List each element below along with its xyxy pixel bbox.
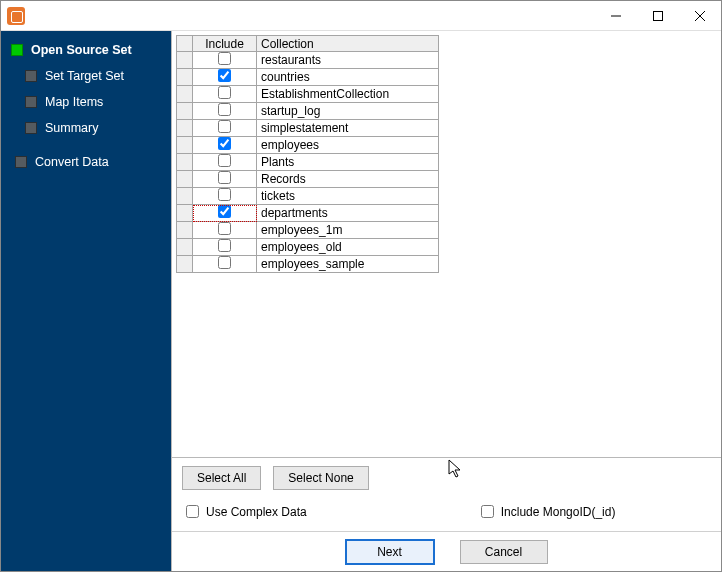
step-marker-active-icon: [11, 44, 23, 56]
collection-name-cell[interactable]: restaurants: [257, 52, 439, 69]
row-header-corner: [177, 36, 193, 52]
row-header[interactable]: [177, 120, 193, 137]
close-button[interactable]: [679, 1, 721, 31]
collection-name-cell[interactable]: countries: [257, 69, 439, 86]
table-row[interactable]: employees_sample: [177, 256, 439, 273]
nav-label: Open Source Set: [31, 43, 132, 57]
row-header[interactable]: [177, 171, 193, 188]
include-checkbox[interactable]: [218, 69, 231, 82]
include-mongoid-input[interactable]: [481, 505, 494, 518]
table-row[interactable]: departments: [177, 205, 439, 222]
select-none-button[interactable]: Select None: [273, 466, 368, 490]
include-checkbox[interactable]: [218, 171, 231, 184]
collection-name-cell[interactable]: employees_old: [257, 239, 439, 256]
step-marker-icon: [25, 96, 37, 108]
include-cell[interactable]: [193, 222, 257, 239]
cancel-button[interactable]: Cancel: [460, 540, 548, 564]
use-complex-data-checkbox[interactable]: Use Complex Data: [182, 502, 307, 521]
nav-label: Convert Data: [35, 155, 109, 169]
include-cell[interactable]: [193, 52, 257, 69]
collection-name-cell[interactable]: startup_log: [257, 103, 439, 120]
include-cell[interactable]: [193, 171, 257, 188]
step-marker-icon: [15, 156, 27, 168]
include-cell[interactable]: [193, 256, 257, 273]
titlebar: [1, 1, 721, 31]
close-icon: [695, 11, 705, 21]
include-cell[interactable]: [193, 205, 257, 222]
table-row[interactable]: employees: [177, 137, 439, 154]
col-header-include[interactable]: Include: [193, 36, 257, 52]
table-row[interactable]: employees_old: [177, 239, 439, 256]
include-checkbox[interactable]: [218, 52, 231, 65]
collections-table: Include Collection restaurantscountriesE…: [176, 35, 439, 273]
col-header-collection[interactable]: Collection: [257, 36, 439, 52]
collection-name-cell[interactable]: EstablishmentCollection: [257, 86, 439, 103]
use-complex-data-input[interactable]: [186, 505, 199, 518]
include-checkbox[interactable]: [218, 120, 231, 133]
include-cell[interactable]: [193, 137, 257, 154]
include-checkbox[interactable]: [218, 154, 231, 167]
table-row[interactable]: EstablishmentCollection: [177, 86, 439, 103]
row-header[interactable]: [177, 69, 193, 86]
use-complex-data-label: Use Complex Data: [206, 505, 307, 519]
collection-name-cell[interactable]: employees_sample: [257, 256, 439, 273]
wizard-sidebar: Open Source Set Set Target Set Map Items…: [1, 31, 171, 571]
table-row[interactable]: countries: [177, 69, 439, 86]
nav-summary[interactable]: Summary: [1, 115, 171, 141]
include-checkbox[interactable]: [218, 205, 231, 218]
include-checkbox[interactable]: [218, 137, 231, 150]
collection-name-cell[interactable]: tickets: [257, 188, 439, 205]
step-marker-icon: [25, 70, 37, 82]
include-mongoid-checkbox[interactable]: Include MongoID(_id): [477, 502, 616, 521]
include-cell[interactable]: [193, 120, 257, 137]
row-header[interactable]: [177, 188, 193, 205]
collection-name-cell[interactable]: employees_1m: [257, 222, 439, 239]
select-all-button[interactable]: Select All: [182, 466, 261, 490]
collection-name-cell[interactable]: departments: [257, 205, 439, 222]
include-checkbox[interactable]: [218, 188, 231, 201]
include-cell[interactable]: [193, 154, 257, 171]
table-row[interactable]: tickets: [177, 188, 439, 205]
nav-open-source-set[interactable]: Open Source Set: [1, 37, 171, 63]
include-cell[interactable]: [193, 188, 257, 205]
footer-buttons: Next Cancel: [172, 531, 721, 571]
maximize-button[interactable]: [637, 1, 679, 31]
nav-label: Set Target Set: [45, 69, 124, 83]
row-header[interactable]: [177, 86, 193, 103]
row-header[interactable]: [177, 137, 193, 154]
nav-label: Map Items: [45, 95, 103, 109]
table-row[interactable]: Records: [177, 171, 439, 188]
table-row[interactable]: simplestatement: [177, 120, 439, 137]
include-checkbox[interactable]: [218, 86, 231, 99]
next-button[interactable]: Next: [346, 540, 434, 564]
table-row[interactable]: startup_log: [177, 103, 439, 120]
row-header[interactable]: [177, 239, 193, 256]
include-checkbox[interactable]: [218, 103, 231, 116]
table-row[interactable]: restaurants: [177, 52, 439, 69]
table-row[interactable]: employees_1m: [177, 222, 439, 239]
nav-label: Summary: [45, 121, 98, 135]
row-header[interactable]: [177, 205, 193, 222]
collection-name-cell[interactable]: simplestatement: [257, 120, 439, 137]
include-cell[interactable]: [193, 69, 257, 86]
minimize-button[interactable]: [595, 1, 637, 31]
row-header[interactable]: [177, 256, 193, 273]
collection-name-cell[interactable]: Plants: [257, 154, 439, 171]
include-cell[interactable]: [193, 239, 257, 256]
include-checkbox[interactable]: [218, 256, 231, 269]
collection-name-cell[interactable]: Records: [257, 171, 439, 188]
include-cell[interactable]: [193, 86, 257, 103]
nav-set-target-set[interactable]: Set Target Set: [1, 63, 171, 89]
include-cell[interactable]: [193, 103, 257, 120]
include-checkbox[interactable]: [218, 239, 231, 252]
nav-convert-data[interactable]: Convert Data: [1, 149, 171, 175]
table-row[interactable]: Plants: [177, 154, 439, 171]
nav-map-items[interactable]: Map Items: [1, 89, 171, 115]
collection-name-cell[interactable]: employees: [257, 137, 439, 154]
row-header[interactable]: [177, 154, 193, 171]
row-header[interactable]: [177, 222, 193, 239]
row-header[interactable]: [177, 103, 193, 120]
row-header[interactable]: [177, 52, 193, 69]
step-marker-icon: [25, 122, 37, 134]
include-checkbox[interactable]: [218, 222, 231, 235]
